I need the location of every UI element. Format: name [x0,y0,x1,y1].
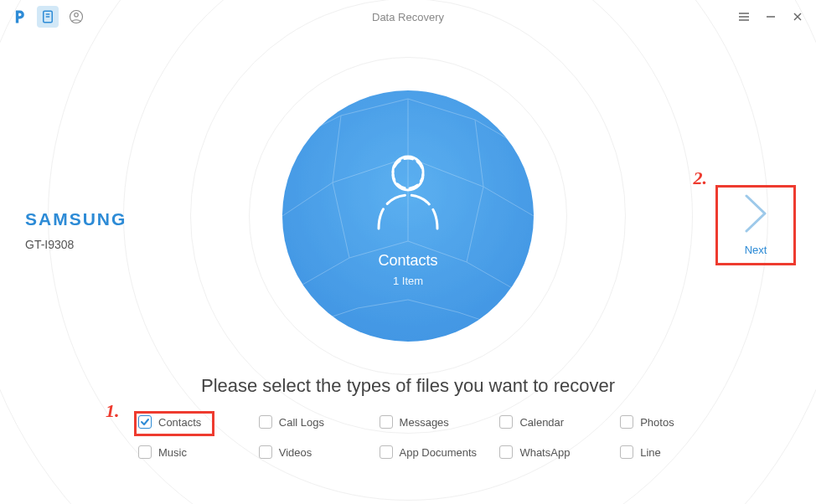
toolbar-left [8,6,87,28]
option-music[interactable]: Music [138,445,250,459]
checkbox-call-logs[interactable] [259,415,272,429]
checkbox-music[interactable] [138,445,152,459]
option-videos[interactable]: Videos [259,445,371,459]
device-info: SAMSUNG GT-I9308 [25,209,127,251]
preview-category-label: Contacts [378,252,437,270]
svg-point-4 [75,13,79,18]
hamburger-icon [738,11,750,23]
selection-preview-circle: Contacts 1 Item [282,90,534,342]
file-type-options: ContactsCall LogsMessagesCalendarPhotosM… [138,415,732,459]
contacts-avatar-icon [366,145,450,237]
option-label: Calendar [519,416,564,429]
option-messages[interactable]: Messages [380,415,492,429]
checkbox-contacts[interactable] [138,415,152,429]
document-icon [40,9,55,24]
option-label: Videos [279,446,312,459]
checkbox-photos[interactable] [620,415,633,429]
option-calendar[interactable]: Calendar [499,415,612,429]
minimize-icon [766,12,776,22]
window-controls [734,7,808,27]
user-tab[interactable] [65,6,87,28]
option-label: Music [158,446,187,459]
close-icon [793,12,803,22]
option-call-logs[interactable]: Call Logs [259,415,371,429]
close-button[interactable] [788,7,808,27]
titlebar: Data Recovery [0,0,816,33]
check-icon [140,417,150,427]
checkbox-line[interactable] [620,445,633,459]
checkbox-calendar[interactable] [499,415,513,429]
checkbox-whatsapp[interactable] [499,445,513,459]
option-label: Contacts [158,416,201,429]
annotation-number-1: 1. [106,400,120,422]
data-recovery-tab[interactable] [37,6,59,28]
option-line[interactable]: Line [620,445,732,459]
option-label: Photos [640,416,674,429]
minimize-button[interactable] [761,7,781,27]
option-whatsapp[interactable]: WhatsApp [499,445,612,459]
svg-point-11 [393,158,423,188]
option-label: Messages [400,416,449,429]
annotation-box-2 [715,185,796,265]
option-label: WhatsApp [519,446,570,459]
window-title: Data Recovery [0,11,816,23]
option-photos[interactable]: Photos [620,415,732,429]
device-brand: SAMSUNG [25,209,127,229]
menu-button[interactable] [734,7,754,27]
person-circle-icon [69,9,84,24]
checkbox-messages[interactable] [380,415,393,429]
option-label: App Documents [400,446,478,459]
annotation-number-2: 2. [694,167,708,189]
option-label: Call Logs [279,416,324,429]
checkbox-videos[interactable] [259,445,272,459]
instruction-text: Please select the types of files you wan… [0,375,816,397]
preview-count-label: 1 Item [393,275,423,287]
home-button[interactable] [8,6,30,28]
option-app-documents[interactable]: App Documents [380,445,492,459]
option-label: Line [640,446,661,459]
device-model: GT-I9308 [25,238,127,251]
checkbox-app-documents[interactable] [380,445,393,459]
option-contacts[interactable]: Contacts [138,415,250,429]
logo-icon [11,8,28,25]
